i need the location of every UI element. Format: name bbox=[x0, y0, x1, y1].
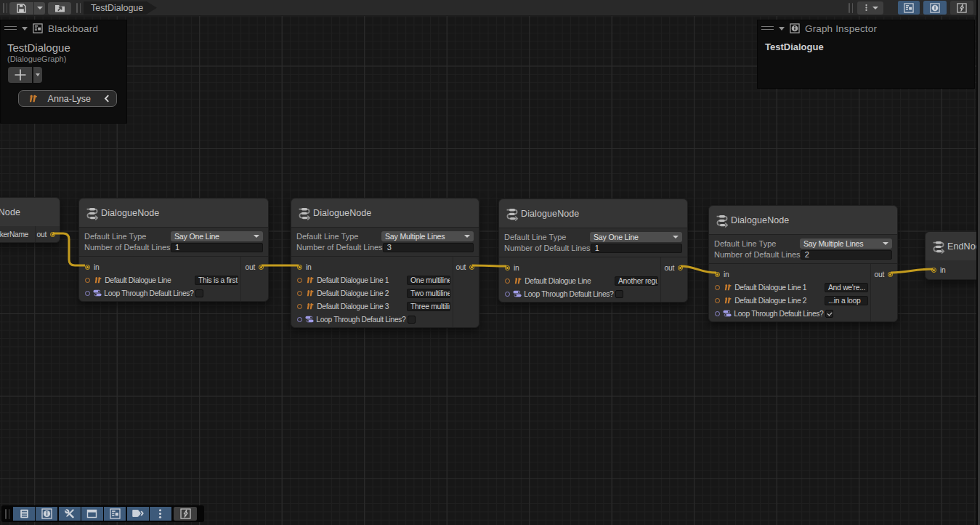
node-tag-button[interactable] bbox=[127, 507, 149, 521]
toolbar-drag-handle[interactable] bbox=[76, 3, 83, 13]
dialogue-line-field[interactable]: Two multiline bbox=[407, 289, 450, 298]
node-title-bar[interactable]: EndNode bbox=[926, 232, 976, 260]
blackboard-button[interactable] bbox=[104, 507, 126, 521]
node-dialogue-1[interactable]: DialogueNode Default Line Type Say One L… bbox=[78, 198, 269, 302]
graph-inspector-panel[interactable]: Graph Inspector TestDialogue bbox=[757, 20, 975, 89]
input-port[interactable] bbox=[297, 265, 302, 270]
drag-handle-icon[interactable] bbox=[761, 26, 774, 31]
line-type-dropdown[interactable]: Say Multiple Lines bbox=[800, 239, 892, 249]
open-asset-button[interactable] bbox=[48, 2, 71, 15]
blackboard-field-anna-lyse[interactable]: Anna-Lyse bbox=[18, 90, 117, 107]
toggle-blackboard-button[interactable] bbox=[898, 1, 920, 15]
num-lines-field[interactable]: 3 bbox=[383, 243, 474, 252]
node-title-bar[interactable]: DialogueNode bbox=[709, 206, 897, 234]
window-button[interactable] bbox=[81, 507, 103, 521]
node-dialogue-3[interactable]: DialogueNode Default Line Type Say One L… bbox=[498, 199, 688, 302]
quote-icon bbox=[724, 297, 732, 304]
add-property-dropdown[interactable] bbox=[33, 67, 42, 83]
overflow-menu-button[interactable] bbox=[857, 1, 883, 15]
blackboard-header[interactable]: Blackboard bbox=[1, 20, 126, 36]
chevron-left-icon[interactable] bbox=[104, 95, 110, 103]
node-title: EndNode bbox=[947, 241, 976, 252]
drag-handle-icon[interactable] bbox=[4, 26, 17, 31]
input-port[interactable] bbox=[505, 265, 510, 270]
overflow-button[interactable] bbox=[150, 507, 171, 521]
tools-button[interactable] bbox=[59, 507, 81, 521]
output-port[interactable] bbox=[469, 265, 474, 270]
bool-port[interactable] bbox=[85, 291, 90, 296]
dialogue-line-field[interactable]: And we're... bbox=[825, 283, 868, 292]
input-port[interactable] bbox=[85, 265, 90, 270]
toggle-flash-button[interactable] bbox=[950, 1, 973, 15]
output-port[interactable] bbox=[259, 265, 264, 270]
loop-checkbox[interactable] bbox=[615, 290, 623, 298]
toolbar-drag-handle[interactable] bbox=[849, 3, 855, 13]
quote-icon bbox=[307, 302, 314, 310]
loop-checkbox[interactable] bbox=[195, 289, 203, 297]
string-port[interactable] bbox=[297, 291, 302, 296]
breadcrumb-tab[interactable]: TestDialogue bbox=[84, 1, 158, 15]
line-type-dropdown[interactable]: Say One Line bbox=[590, 232, 682, 242]
port-label-out: out bbox=[455, 263, 466, 271]
input-port[interactable] bbox=[931, 268, 936, 273]
dialogue-line-field[interactable]: Another regular bbox=[615, 276, 658, 286]
dialogue-line-field[interactable]: Three multiline bbox=[407, 302, 450, 311]
string-port[interactable] bbox=[505, 278, 510, 284]
save-dropdown-button[interactable] bbox=[34, 2, 45, 15]
node-dialogue-2[interactable]: DialogueNode Default Line Type Say Multi… bbox=[291, 198, 479, 328]
bool-port[interactable] bbox=[715, 311, 720, 316]
input-port[interactable] bbox=[715, 272, 720, 277]
blackboard-icon bbox=[110, 508, 121, 519]
node-title-bar[interactable]: DialogueNode bbox=[291, 199, 479, 227]
toolbar-drag-handle[interactable] bbox=[3, 3, 9, 13]
bool-port[interactable] bbox=[505, 292, 510, 297]
string-port[interactable] bbox=[715, 298, 720, 303]
blackboard-panel[interactable]: Blackboard TestDialogue (DialogueGraph) … bbox=[0, 20, 127, 124]
string-port[interactable] bbox=[297, 278, 302, 283]
line-type-dropdown[interactable]: Say Multiple Lines bbox=[381, 231, 474, 241]
num-lines-field[interactable]: 2 bbox=[801, 250, 892, 260]
notes-button[interactable] bbox=[13, 507, 35, 521]
loop-checkbox[interactable] bbox=[408, 316, 416, 324]
save-button[interactable] bbox=[9, 2, 33, 15]
bottom-toolbar bbox=[1, 505, 204, 522]
output-port[interactable] bbox=[678, 265, 683, 270]
node-title-bar[interactable]: DialogueNode bbox=[79, 199, 268, 227]
node-speaker-name[interactable]: SpeakerNameNode SpeakerName out bbox=[0, 197, 60, 243]
document-lines-icon bbox=[19, 508, 30, 519]
port-label-speaker-name: SpeakerName bbox=[0, 231, 28, 239]
node-title: SpeakerNameNode bbox=[0, 207, 20, 217]
collapse-caret-icon[interactable] bbox=[779, 27, 785, 31]
string-port[interactable] bbox=[85, 278, 90, 283]
add-property-button[interactable] bbox=[8, 67, 32, 83]
dialogue-node-icon bbox=[715, 213, 729, 228]
line-type-dropdown[interactable]: Say One Line bbox=[171, 231, 263, 241]
num-lines-field[interactable]: 1 bbox=[171, 243, 263, 252]
loop-checkbox[interactable] bbox=[825, 310, 833, 318]
node-title-bar[interactable]: SpeakerNameNode bbox=[0, 198, 60, 226]
string-port[interactable] bbox=[297, 304, 302, 309]
dialogue-line-field[interactable]: This is a first bbox=[195, 276, 238, 285]
toolbar-drag-handle[interactable] bbox=[5, 509, 12, 519]
string-port[interactable] bbox=[715, 285, 720, 290]
flash-button[interactable] bbox=[174, 507, 197, 521]
toggle-inspector-button[interactable] bbox=[923, 1, 947, 15]
dialogue-line-field[interactable]: ...in a loop bbox=[825, 296, 868, 305]
output-port[interactable] bbox=[50, 232, 55, 237]
graph-inspector-header[interactable]: Graph Inspector bbox=[758, 20, 974, 36]
collapse-caret-icon[interactable] bbox=[22, 27, 28, 31]
graph-viewport[interactable]: SpeakerNameNode SpeakerName out Dialogue… bbox=[0, 0, 976, 525]
bool-port[interactable] bbox=[297, 317, 302, 322]
output-port[interactable] bbox=[888, 272, 893, 277]
kebab-menu-icon bbox=[155, 508, 166, 519]
info-button[interactable] bbox=[36, 507, 57, 521]
dialogue-line-field[interactable]: One multiline bbox=[407, 276, 450, 285]
num-lines-field[interactable]: 1 bbox=[591, 244, 682, 253]
node-title-bar[interactable]: DialogueNode bbox=[499, 199, 687, 228]
prop-label: Number of Default Lines bbox=[714, 250, 801, 259]
node-dialogue-4[interactable]: DialogueNode Default Line Type Say Multi… bbox=[708, 205, 898, 322]
tag-chevron-icon bbox=[132, 508, 144, 518]
prop-label: Number of Default Lines bbox=[296, 243, 383, 252]
node-end[interactable]: EndNode in bbox=[925, 231, 976, 280]
quote-icon bbox=[724, 284, 732, 291]
